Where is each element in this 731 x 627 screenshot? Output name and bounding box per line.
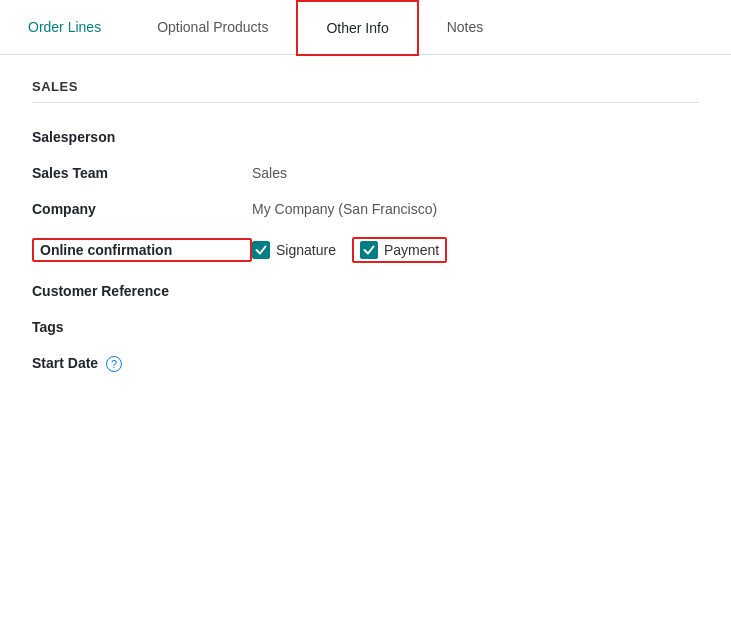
tab-other-info[interactable]: Other Info bbox=[296, 0, 418, 56]
content-area: SALES Salesperson Sales Team Sales Compa… bbox=[0, 55, 731, 406]
help-icon[interactable]: ? bbox=[106, 356, 122, 372]
field-row-company: Company My Company (San Francisco) bbox=[32, 191, 699, 227]
tabs-container: Order Lines Optional Products Other Info… bbox=[0, 0, 731, 55]
field-value-company: My Company (San Francisco) bbox=[252, 201, 437, 217]
field-value-sales-team: Sales bbox=[252, 165, 287, 181]
checkbox-group: Signature Payment bbox=[252, 237, 447, 263]
tab-optional-products[interactable]: Optional Products bbox=[129, 0, 296, 55]
signature-wrapper: Signature bbox=[252, 241, 336, 259]
payment-wrapper: Payment bbox=[352, 237, 447, 263]
section-title: SALES bbox=[32, 79, 699, 103]
field-row-tags: Tags bbox=[32, 309, 699, 345]
signature-checkbox[interactable] bbox=[252, 241, 270, 259]
field-label-salesperson: Salesperson bbox=[32, 129, 252, 145]
field-label-start-date: Start Date ? bbox=[32, 355, 252, 372]
field-row-online-confirmation: Online confirmation Signature Payment bbox=[32, 227, 699, 273]
field-label-customer-reference: Customer Reference bbox=[32, 283, 252, 299]
field-label-company: Company bbox=[32, 201, 252, 217]
field-row-sales-team: Sales Team Sales bbox=[32, 155, 699, 191]
field-row-salesperson: Salesperson bbox=[32, 119, 699, 155]
field-label-sales-team: Sales Team bbox=[32, 165, 252, 181]
tab-notes[interactable]: Notes bbox=[419, 0, 512, 55]
field-row-start-date: Start Date ? bbox=[32, 345, 699, 382]
tab-order-lines[interactable]: Order Lines bbox=[0, 0, 129, 55]
payment-label: Payment bbox=[384, 242, 439, 258]
payment-checkbox[interactable] bbox=[360, 241, 378, 259]
signature-label: Signature bbox=[276, 242, 336, 258]
field-row-customer-reference: Customer Reference bbox=[32, 273, 699, 309]
field-label-tags: Tags bbox=[32, 319, 252, 335]
field-label-online-confirmation: Online confirmation bbox=[32, 238, 252, 262]
